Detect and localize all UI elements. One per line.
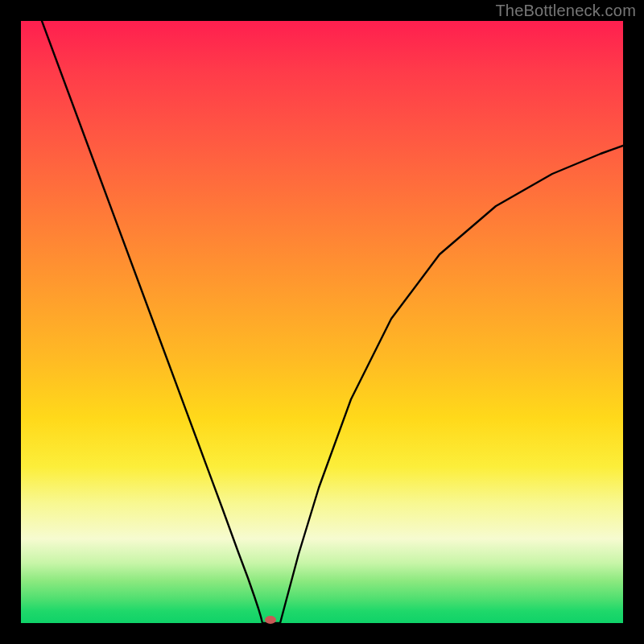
- watermark-text: TheBottleneck.com: [495, 2, 636, 20]
- plot-area: [21, 21, 623, 623]
- bottleneck-curve: [21, 21, 623, 623]
- optimum-marker: [265, 616, 276, 624]
- chart-frame: TheBottleneck.com: [0, 0, 644, 644]
- curve-path: [42, 21, 623, 623]
